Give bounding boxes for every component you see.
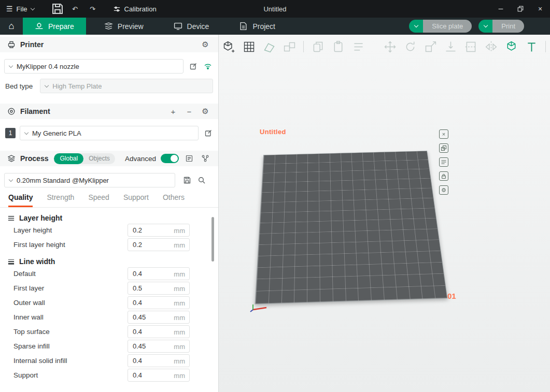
edit-icon	[189, 62, 198, 70]
calibration-icon	[113, 5, 121, 13]
support-paint-button[interactable]	[503, 39, 519, 54]
restore-button[interactable]	[511, 0, 530, 18]
setting-row: First layer mm	[13, 282, 190, 295]
tab-speed[interactable]: Speed	[88, 193, 109, 207]
gear-icon: ⚙	[441, 187, 446, 193]
tab-quality[interactable]: Quality	[8, 193, 33, 207]
copy-button[interactable]	[310, 39, 326, 54]
bed-type-select[interactable]: High Temp Plate	[40, 79, 213, 93]
process-preset-select[interactable]: 0.20mm Standard @MyKlipper	[4, 173, 175, 187]
settings-list-button[interactable]	[184, 153, 195, 164]
tab-others[interactable]: Others	[163, 193, 185, 207]
rename-plate-icon	[441, 159, 447, 165]
home-button[interactable]: ⌂	[0, 18, 23, 35]
toolbar-separator	[545, 41, 546, 52]
text-tool-button[interactable]	[524, 39, 539, 54]
arrange-plate-button[interactable]	[439, 143, 448, 153]
tab-strength[interactable]: Strength	[47, 193, 74, 207]
setting-input[interactable]	[128, 238, 190, 251]
setting-row: Sparse infill mm	[13, 340, 190, 353]
tab-label: Preview	[118, 22, 144, 31]
print-dropdown[interactable]	[478, 20, 492, 33]
tab-device[interactable]: Device	[162, 18, 221, 35]
plate-settings-button[interactable]: ⚙	[439, 185, 448, 195]
setting-input[interactable]	[128, 296, 190, 309]
lock-icon	[441, 173, 447, 179]
filament-section-header: Filament + − ⚙	[0, 104, 218, 119]
calibration-label: Calibration	[124, 5, 157, 13]
home-icon: ⌂	[9, 21, 15, 32]
save-button[interactable]	[51, 2, 64, 16]
auto-orient-button[interactable]	[261, 39, 277, 54]
rename-plate-button[interactable]	[439, 157, 448, 167]
edit-printer-button[interactable]	[188, 61, 199, 72]
mirror-button[interactable]	[483, 39, 499, 54]
redo-icon: ↷	[90, 5, 95, 13]
save-icon	[183, 176, 191, 184]
scope-objects-button[interactable]: Objects	[83, 155, 115, 162]
toolbar-separator	[303, 41, 304, 52]
search-icon	[198, 176, 206, 184]
sidebar-scrollbar[interactable]	[211, 217, 214, 262]
build-plate[interactable]	[255, 151, 448, 304]
lock-plate-button[interactable]	[439, 171, 448, 181]
scope-global-button[interactable]: Global	[54, 153, 83, 164]
add-filament-button[interactable]: +	[167, 106, 179, 117]
add-object-button[interactable]	[221, 39, 236, 54]
printer-connection-button[interactable]	[202, 61, 214, 72]
setting-input[interactable]	[128, 340, 190, 353]
minimize-button[interactable]	[491, 0, 511, 18]
compare-presets-button[interactable]	[200, 153, 211, 164]
auto-arrange-button[interactable]	[281, 39, 297, 54]
device-icon	[174, 22, 182, 31]
tab-project[interactable]: Project	[227, 18, 287, 35]
edit-filament-button[interactable]	[203, 127, 214, 139]
printer-settings-button[interactable]: ⚙	[200, 39, 211, 50]
rotate-button[interactable]	[402, 39, 418, 54]
scale-icon	[424, 40, 438, 54]
tab-preview[interactable]: Preview	[92, 18, 156, 35]
app-window: ☰ File ↶ ↷ Calibration Untitled	[0, 0, 550, 392]
viewport-3d[interactable]: Untitled 01 ×	[219, 35, 550, 392]
print-label: Print	[492, 20, 524, 33]
setting-input[interactable]	[128, 224, 190, 237]
edit-icon	[204, 129, 213, 137]
move-button[interactable]	[382, 39, 398, 54]
filament-slot-badge[interactable]: 1	[5, 128, 16, 138]
calibration-button[interactable]: Calibration	[113, 5, 157, 13]
save-preset-button[interactable]	[181, 175, 193, 186]
text-tool-icon	[525, 40, 539, 54]
undo-button[interactable]: ↶	[68, 2, 82, 16]
add-plate-button[interactable]	[241, 39, 257, 54]
group-title: Layer height	[19, 214, 62, 222]
slice-dropdown[interactable]	[409, 20, 423, 33]
lay-flat-button[interactable]	[443, 39, 458, 54]
search-settings-button[interactable]	[196, 175, 207, 186]
redo-button[interactable]: ↷	[86, 2, 100, 16]
setting-input[interactable]	[128, 369, 190, 382]
remove-filament-button[interactable]: −	[184, 106, 195, 117]
scale-button[interactable]	[422, 39, 438, 54]
setting-input[interactable]	[128, 282, 190, 295]
tab-support[interactable]: Support	[123, 193, 149, 207]
cut-button[interactable]	[463, 39, 478, 54]
paste-button[interactable]	[330, 39, 346, 54]
assembly-view-button[interactable]	[350, 39, 366, 54]
filament-preset-select[interactable]: My Generic PLA	[20, 126, 199, 140]
auto-arrange-icon	[283, 40, 297, 54]
printer-preset-select[interactable]: MyKlipper 0.4 nozzle	[4, 59, 184, 74]
setting-input[interactable]	[128, 325, 190, 338]
chevron-down-icon	[9, 177, 13, 181]
print-button[interactable]: Print	[478, 20, 524, 33]
gear-icon: ⚙	[202, 40, 208, 49]
slice-plate-button[interactable]: Slice plate	[409, 20, 472, 33]
file-menu[interactable]: ☰ File	[0, 5, 34, 13]
setting-input[interactable]	[128, 354, 190, 367]
close-button[interactable]: ×	[530, 0, 550, 18]
setting-input[interactable]	[128, 267, 190, 280]
advanced-toggle[interactable]	[161, 154, 179, 163]
delete-plate-button[interactable]: ×	[439, 129, 448, 139]
tab-prepare[interactable]: Prepare	[23, 18, 86, 35]
setting-input[interactable]	[128, 311, 190, 324]
filament-settings-button[interactable]: ⚙	[200, 106, 211, 117]
